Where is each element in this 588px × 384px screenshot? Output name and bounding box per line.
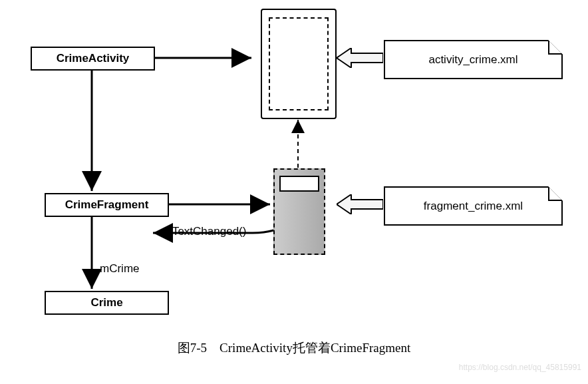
figure-caption: 图7-5 CrimeActivity托管着CrimeFragment [0,339,588,357]
watermark-text: https://blog.csdn.net/qq_45815991 [459,363,581,372]
ontextchanged-label: onTextChanged() [160,225,246,238]
crime-activity-label: CrimeActivity [57,52,130,65]
diagram-canvas: CrimeActivity CrimeFragment Crime activi… [0,0,588,384]
crime-label: Crime [90,296,122,309]
hollow-arrow-fragment-xml [337,194,383,214]
hollow-arrow-activity-xml [337,48,383,68]
crime-activity-box: CrimeActivity [31,47,155,71]
fragment-input-field [279,176,319,192]
crime-fragment-label: CrimeFragment [65,198,149,212]
activity-xml-label: activity_crime.xml [428,53,517,67]
crime-box: Crime [45,291,169,315]
fragment-xml-file: fragment_crime.xml [384,186,563,226]
crime-fragment-box: CrimeFragment [45,193,169,217]
activity-xml-file: activity_crime.xml [384,40,563,79]
phone-screen-placeholder [269,17,329,110]
fragment-xml-label: fragment_crime.xml [424,200,523,213]
mcrime-label: mCrime [100,262,140,276]
